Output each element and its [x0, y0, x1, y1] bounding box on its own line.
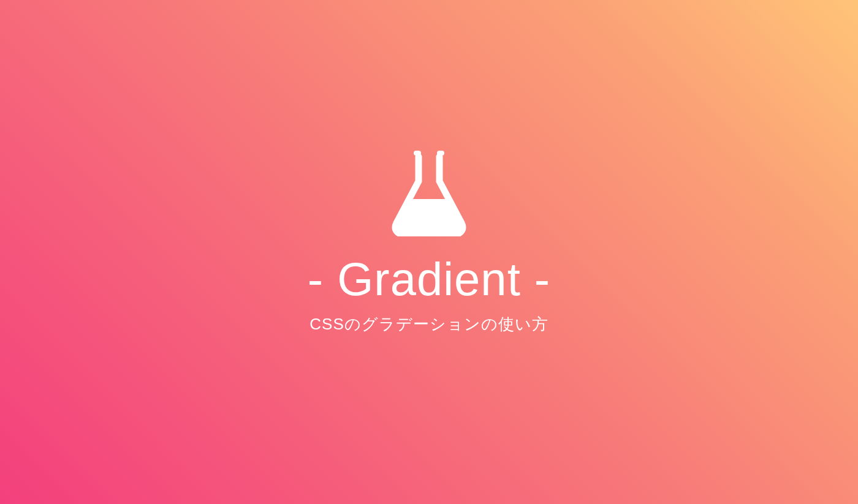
page-subtitle: CSSのグラデーションの使い方 [309, 314, 548, 335]
flask-icon [389, 151, 469, 239]
hero-content: - Gradient - CSSのグラデーションの使い方 [308, 151, 550, 335]
page-title: - Gradient - [308, 256, 550, 303]
